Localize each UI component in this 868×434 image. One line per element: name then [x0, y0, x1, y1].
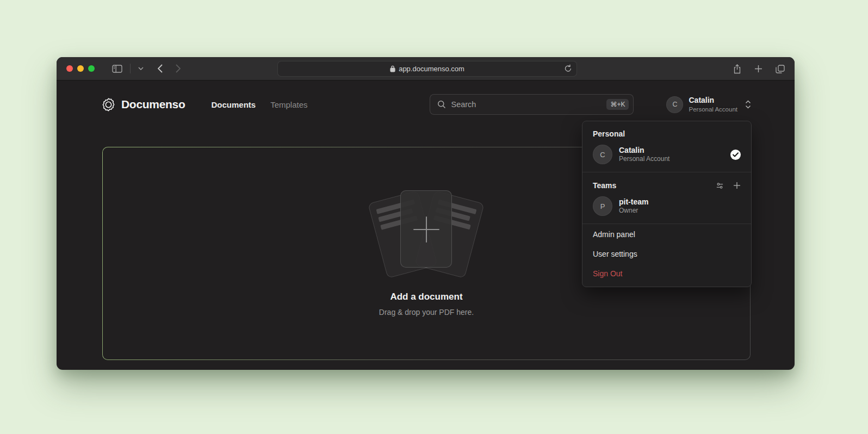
- account-subtitle: Personal Account: [619, 155, 724, 164]
- browser-toolbar: app.documenso.com: [57, 57, 795, 80]
- back-button[interactable]: [158, 64, 163, 73]
- menu-divider: [582, 224, 751, 224]
- tabs-icon: [776, 65, 785, 73]
- minimize-window-button[interactable]: [77, 65, 84, 72]
- teams-section-label: Teams: [582, 173, 751, 194]
- menu-item-sign-out[interactable]: Sign Out: [582, 264, 751, 283]
- account-dropdown-menu: Personal C Catalin Personal Account Team…: [582, 121, 752, 287]
- sliders-icon: [716, 182, 724, 190]
- plus-icon: [754, 65, 762, 73]
- selected-check-icon: [730, 150, 741, 160]
- manage-teams-button[interactable]: [716, 182, 724, 190]
- personal-account-item[interactable]: C Catalin Personal Account: [582, 142, 751, 171]
- chevrons-up-down-icon: [745, 100, 751, 109]
- sidebar-icon: [112, 65, 122, 73]
- brand-name: Documenso: [121, 98, 185, 111]
- toolbar-divider: [130, 64, 131, 73]
- account-name: Catalin: [619, 145, 724, 155]
- sidebar-dropdown-button[interactable]: [138, 67, 144, 70]
- close-window-button[interactable]: [66, 65, 73, 72]
- account-menu-trigger[interactable]: C Catalin Personal Account: [666, 96, 751, 113]
- forward-button[interactable]: [176, 64, 181, 73]
- search-input[interactable]: [451, 100, 602, 109]
- search-icon: [437, 100, 446, 109]
- account-subtitle: Personal Account: [689, 106, 737, 113]
- documenso-logo-icon: [101, 97, 116, 112]
- share-button[interactable]: [733, 64, 741, 74]
- chevron-down-icon: [138, 67, 144, 70]
- personal-section-label: Personal: [582, 121, 751, 142]
- avatar: C: [593, 145, 612, 164]
- nav-documents[interactable]: Documents: [212, 100, 256, 109]
- new-tab-button[interactable]: [754, 65, 762, 73]
- team-name: pit-team: [619, 197, 741, 207]
- reload-button[interactable]: [565, 64, 572, 72]
- window-controls: [66, 65, 95, 72]
- address-bar[interactable]: app.documenso.com: [277, 61, 577, 77]
- plus-icon: [401, 191, 451, 267]
- sidebar-toggle-button[interactable]: [112, 65, 122, 73]
- url-text: app.documenso.com: [399, 65, 464, 73]
- account-name: Catalin: [689, 96, 737, 106]
- plus-icon: [733, 182, 741, 189]
- tab-overview-button[interactable]: [776, 65, 785, 73]
- avatar: P: [593, 196, 612, 216]
- brand-logo-link[interactable]: Documenso: [101, 97, 185, 112]
- chevron-right-icon: [176, 64, 181, 73]
- stacked-documents-icon: [368, 190, 485, 276]
- team-role: Owner: [619, 207, 741, 215]
- create-team-button[interactable]: [733, 182, 741, 190]
- lock-icon: [390, 65, 395, 72]
- browser-window: app.documenso.com: [57, 57, 795, 370]
- dropzone-subtitle: Drag & drop your PDF here.: [379, 308, 474, 317]
- search-shortcut-badge: ⌘+K: [606, 99, 629, 110]
- zoom-window-button[interactable]: [88, 65, 95, 72]
- dropzone-title: Add a document: [390, 292, 462, 302]
- chevron-left-icon: [158, 64, 163, 73]
- main-nav: Documents Templates: [212, 100, 308, 109]
- search-box[interactable]: ⌘+K: [430, 94, 634, 115]
- avatar: C: [666, 96, 683, 113]
- menu-item-admin-panel[interactable]: Admin panel: [582, 225, 751, 244]
- menu-divider: [582, 172, 751, 172]
- menu-item-user-settings[interactable]: User settings: [582, 244, 751, 264]
- team-item-pit-team[interactable]: P pit-team Owner: [582, 194, 751, 223]
- share-icon: [733, 64, 741, 74]
- document-card-center: [400, 190, 452, 268]
- nav-templates[interactable]: Templates: [270, 100, 307, 109]
